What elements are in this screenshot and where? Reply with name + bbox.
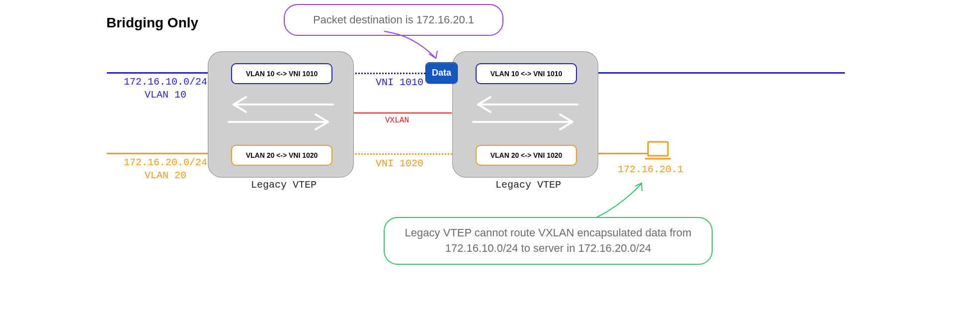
vxlan-tunnel-line bbox=[352, 112, 452, 113]
callout-cannot-route: Legacy VTEP cannot route VXLAN encapsula… bbox=[384, 217, 713, 265]
diagram-title: Bridging Only bbox=[106, 15, 198, 31]
vlan20-left-line bbox=[107, 153, 211, 154]
right-vlan10-mapping: VLAN 10 <-> VNI 1010 bbox=[476, 63, 577, 84]
right-vtep-arrows bbox=[463, 95, 587, 134]
vlan10-name: VLAN 10 bbox=[145, 89, 186, 101]
left-vtep: VLAN 10 <-> VNI 1010 VLAN 20 <-> VNI 102… bbox=[208, 51, 354, 178]
data-packet: Data bbox=[425, 62, 458, 84]
vlan10-left-line bbox=[107, 72, 211, 74]
vni1010-label: VNI 1010 bbox=[376, 76, 423, 89]
vni1020-label: VNI 1020 bbox=[376, 157, 423, 170]
vlan10-subnet: 172.16.10.0/24 bbox=[124, 76, 207, 88]
server-icon bbox=[645, 141, 671, 161]
callout-top-text: Packet destination is 172.16.20.1 bbox=[313, 12, 474, 28]
left-vlan20-mapping: VLAN 20 <-> VNI 1020 bbox=[231, 145, 332, 166]
right-vtep: VLAN 10 <-> VNI 1010 VLAN 20 <-> VNI 102… bbox=[452, 51, 598, 178]
right-vlan20-mapping: VLAN 20 <-> VNI 1020 bbox=[476, 145, 577, 166]
callout-bottom-arrow bbox=[591, 180, 651, 220]
left-vlan10-mapping: VLAN 10 <-> VNI 1010 bbox=[231, 63, 332, 84]
vxlan-label: VXLAN bbox=[385, 116, 409, 125]
vlan20-name: VLAN 20 bbox=[145, 170, 186, 181]
vlan20-subnet: 172.16.20.0/24 bbox=[124, 157, 207, 168]
vni1020-dotted-line bbox=[346, 153, 458, 155]
vlan10-right-line bbox=[562, 72, 845, 74]
left-vtep-arrows bbox=[219, 95, 343, 134]
vlan20-label-block: 172.16.20.0/24 VLAN 20 bbox=[123, 156, 208, 182]
callout-bottom-text: Legacy VTEP cannot route VXLAN encapsula… bbox=[397, 225, 700, 256]
callout-top-arrow bbox=[383, 30, 452, 65]
server-ip-label: 172.16.20.1 bbox=[618, 163, 683, 176]
svg-rect-4 bbox=[648, 142, 668, 156]
vlan10-label-block: 172.16.10.0/24 VLAN 10 bbox=[123, 76, 208, 102]
left-vtep-label: Legacy VTEP bbox=[251, 179, 317, 191]
right-vtep-label: Legacy VTEP bbox=[495, 179, 561, 191]
